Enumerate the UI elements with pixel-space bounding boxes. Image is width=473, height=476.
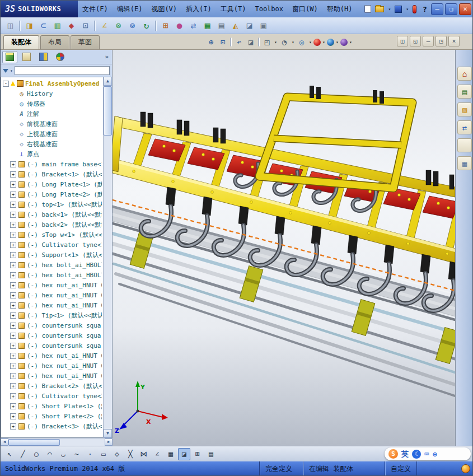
three-point-arc-icon[interactable]: ◡ [57, 448, 69, 460]
quick-tips-icon[interactable] [461, 464, 470, 473]
apply-scene-icon[interactable] [327, 39, 334, 46]
print-preview-icon[interactable]: ⊡ [78, 19, 92, 32]
section-view-icon[interactable]: ◪ [245, 36, 256, 48]
tree-item-component[interactable]: (-) main frame base<1> [2, 159, 102, 169]
trim-entities-icon[interactable]: ╳ [124, 448, 137, 460]
zoom-area-icon[interactable]: ⊡ [217, 36, 228, 48]
tree-item-component[interactable]: (-) Cultivator tyne<2> [2, 391, 102, 401]
tree-item-right-plane[interactable]: 右视基准面 [2, 139, 102, 149]
menu-item[interactable]: Toolbox [250, 1, 288, 17]
tree-item-component[interactable]: (-) sTop w<1> (默认<<默 [2, 230, 102, 240]
expand-toggle-icon[interactable] [10, 393, 16, 399]
hide-show-items-icon[interactable]: ◎ [296, 36, 307, 48]
options-icon[interactable]: ▣ [256, 19, 270, 32]
menu-item[interactable]: 视图(V) [147, 1, 181, 17]
new-document-icon[interactable] [364, 5, 371, 13]
viewport-split-icon[interactable]: ◱ [410, 36, 421, 46]
propertymanager-tab[interactable] [19, 51, 34, 63]
tree-item-annotations[interactable]: 注解 [2, 109, 102, 119]
expand-toggle-icon[interactable] [10, 212, 16, 218]
attach-icon[interactable]: ⊂ [36, 19, 50, 32]
ime-language-mode[interactable]: 英 [401, 449, 409, 459]
tree-item-component[interactable]: (-) Short Plate<2> (默认 [2, 411, 102, 421]
maximize-button[interactable] [445, 3, 457, 15]
menu-item[interactable]: 插入(I) [181, 1, 216, 17]
tree-item-origin[interactable]: 原点 [2, 149, 102, 159]
tree-item-component[interactable]: (-) hex nut_ai_HNUT 0.3 [2, 361, 102, 371]
sogou-logo-icon[interactable]: S [388, 449, 398, 459]
expand-toggle-icon[interactable] [10, 403, 16, 409]
previous-view-icon[interactable]: ↶ [233, 36, 245, 48]
open-document-icon[interactable] [375, 6, 384, 12]
sketch-table-icon[interactable]: ⊞ [191, 448, 204, 460]
help-icon[interactable]: ? [423, 5, 427, 13]
point-icon[interactable]: · [84, 448, 96, 460]
save-dropdown-icon[interactable]: ▾ [406, 7, 409, 12]
expand-toggle-icon[interactable] [10, 353, 16, 359]
tree-item-component[interactable]: (-) hex bolt_ai_HBOLT 0 [2, 260, 102, 270]
insert-component-icon[interactable]: ◫ [3, 19, 17, 32]
smart-dimension-icon[interactable]: ∠ [151, 448, 163, 460]
viewport-pane-icon[interactable]: ◫ [397, 36, 408, 46]
menu-item[interactable]: 编辑(E) [113, 1, 147, 17]
view-settings-icon[interactable] [340, 39, 348, 46]
appearances-scenes-icon[interactable] [457, 138, 472, 152]
collapse-toggle-icon[interactable] [3, 81, 9, 87]
scroll-down-icon[interactable]: ▼ [104, 429, 112, 438]
section-tool-icon[interactable]: ◪ [242, 19, 256, 32]
expand-toggle-icon[interactable] [10, 383, 16, 389]
appearance-icon[interactable]: ● [172, 19, 186, 32]
dropdown-arrow-icon[interactable]: ▾ [335, 36, 340, 48]
mass-properties-icon[interactable]: ⊚ [125, 19, 139, 32]
expand-toggle-icon[interactable] [10, 262, 16, 268]
scrollbar-thumb[interactable] [8, 439, 60, 446]
status-custom[interactable]: 自定义 [385, 461, 417, 476]
edit-component-icon[interactable]: ◨ [22, 19, 36, 32]
expand-toggle-icon[interactable] [10, 282, 16, 288]
expand-toggle-icon[interactable] [10, 171, 16, 178]
dropdown-arrow-icon[interactable]: ▾ [291, 36, 296, 48]
scroll-left-icon[interactable]: ◀ [1, 438, 8, 446]
expand-toggle-icon[interactable] [10, 222, 16, 228]
custom-properties-icon[interactable]: ▦ [457, 156, 472, 170]
exploded-view-icon[interactable]: ◭ [228, 19, 242, 32]
evaluate-icon[interactable]: ▥ [50, 19, 64, 32]
tree-item-component[interactable]: (-) Long Plate<1> (默认 [2, 179, 102, 189]
dropdown-arrow-icon[interactable]: ▾ [348, 36, 353, 48]
spline-icon[interactable]: ~ [71, 448, 83, 460]
expand-toggle-icon[interactable] [10, 373, 16, 379]
pin-icon[interactable]: ◆ [64, 19, 78, 32]
mirror-entities-icon[interactable]: ⋈ [138, 448, 150, 460]
view-palette-icon[interactable]: ⇄ [457, 120, 472, 134]
featuremanager-tab[interactable] [2, 51, 17, 63]
shaded-sketch-contours-icon[interactable]: ◪ [178, 448, 190, 460]
menu-item[interactable]: 窗口(W) [288, 1, 322, 17]
minimize-doc-icon[interactable]: – [423, 36, 434, 46]
tree-item-history[interactable]: History [2, 88, 102, 99]
tree-item-component[interactable]: (-) Bracket<1> (默认<<默 [2, 169, 102, 179]
design-library-icon[interactable]: ▤ [457, 85, 472, 99]
expand-toggle-icon[interactable] [10, 242, 16, 248]
measure-icon[interactable]: ∠ [97, 19, 111, 32]
corner-rectangle-icon[interactable]: ▭ [97, 448, 110, 460]
dropdown-arrow-icon[interactable]: ▾ [308, 36, 313, 48]
tree-item-component[interactable]: (-) Short Plate<1> (默认 [2, 401, 102, 411]
tree-item-sensors[interactable]: 传感器 [2, 99, 102, 109]
menu-item[interactable]: 帮助(H) [322, 1, 357, 17]
tree-item-component[interactable]: (-) countersunk square [2, 320, 102, 330]
tree-item-component[interactable]: (-) Bracket<3> (默认<<默 [2, 421, 102, 431]
interference-detection-icon[interactable]: ⊗ [111, 19, 125, 32]
displaymanager-tab[interactable] [53, 51, 68, 63]
tree-item-component[interactable]: (-) Support<1> (默认<<默 [2, 250, 102, 260]
circle-icon[interactable]: ○ [30, 448, 43, 460]
close-button[interactable] [459, 3, 471, 15]
tree-item-component[interactable]: (-) countersunk square [2, 340, 102, 351]
configurationmanager-tab[interactable] [36, 51, 51, 63]
commandmanager-tab[interactable]: 布局 [40, 35, 69, 49]
tree-item-top-plane[interactable]: 上视基准面 [2, 129, 102, 139]
tree-horizontal-scrollbar[interactable]: ◀ ▶ [1, 438, 113, 446]
tree-item-component[interactable]: (-) Cultivator tyne<1> [2, 240, 102, 250]
expand-toggle-icon[interactable] [10, 302, 16, 309]
graphics-area[interactable]: Y X Z [113, 50, 455, 446]
dropdown-arrow-icon[interactable]: ▾ [273, 36, 278, 48]
